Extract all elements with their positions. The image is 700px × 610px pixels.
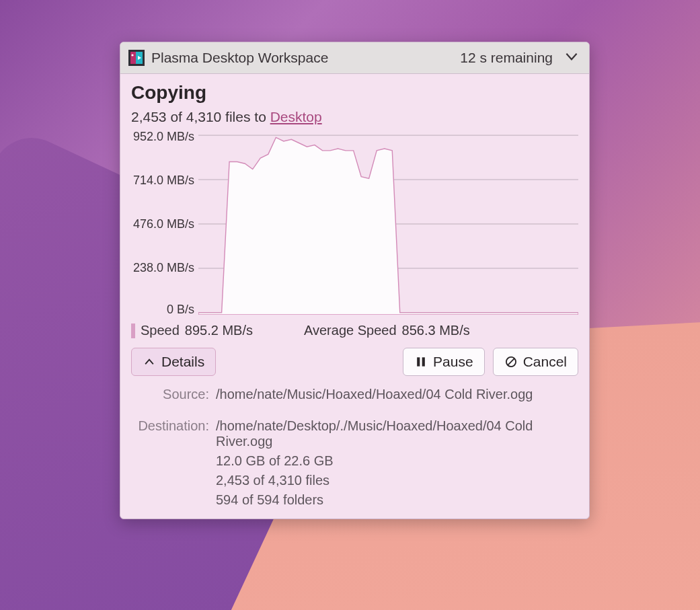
app-title: Plasma Desktop Workspace <box>151 50 453 66</box>
speed-chart: 952.0 MB/s 714.0 MB/s 476.0 MB/s 238.0 M… <box>131 133 578 315</box>
pause-button[interactable]: Pause <box>403 348 485 376</box>
avg-speed-value: 856.3 MB/s <box>402 323 470 338</box>
collapse-chevron-icon[interactable] <box>562 48 581 68</box>
chart-plot-area <box>198 133 578 315</box>
pause-icon <box>414 355 428 369</box>
svg-rect-10 <box>417 357 420 366</box>
destination-path: /home/nate/Desktop/./Music/Hoaxed/Hoaxed… <box>216 418 578 449</box>
y-tick-label: 476.0 MB/s <box>133 217 194 231</box>
speed-value: 895.2 MB/s <box>185 323 253 338</box>
details-button-label: Details <box>161 354 204 370</box>
speed-label: Speed <box>141 323 180 338</box>
action-buttons-row: Details Pause Cancel <box>131 348 578 376</box>
source-label: Source: <box>131 387 209 402</box>
y-tick-label: 0 B/s <box>167 302 194 316</box>
plasma-app-icon <box>128 50 145 66</box>
cancel-button-label: Cancel <box>523 354 567 370</box>
y-tick-label: 238.0 MB/s <box>133 260 194 274</box>
y-tick-label: 714.0 MB/s <box>133 174 194 188</box>
operation-heading: Copying <box>131 82 578 104</box>
titlebar: Plasma Desktop Workspace 12 s remaining <box>120 42 589 74</box>
source-path: /home/nate/Music/Hoaxed/Hoaxed/04 Cold R… <box>216 387 578 402</box>
cancel-icon <box>504 355 518 369</box>
time-remaining: 12 s remaining <box>460 50 553 66</box>
svg-line-13 <box>508 358 514 365</box>
speed-area-chart <box>198 133 578 315</box>
size-progress: 12.0 GB of 22.6 GB <box>216 453 578 469</box>
destination-label: Destination: <box>131 418 209 449</box>
chart-y-axis: 952.0 MB/s 714.0 MB/s 476.0 MB/s 238.0 M… <box>131 133 198 315</box>
files-progress: 2,453 of 4,310 files <box>216 473 578 488</box>
files-progress-text: 2,453 of 4,310 files to <box>131 109 270 124</box>
svg-rect-11 <box>422 357 425 366</box>
chevron-up-icon <box>143 355 156 369</box>
progress-summary: 2,453 of 4,310 files to Desktop <box>131 109 578 125</box>
file-transfer-notification: Plasma Desktop Workspace 12 s remaining … <box>120 42 590 519</box>
notification-body: Copying 2,453 of 4,310 files to Desktop … <box>120 74 589 519</box>
avg-speed-label: Average Speed <box>304 323 397 338</box>
folders-progress: 594 of 594 folders <box>216 492 578 508</box>
y-tick-label: 952.0 MB/s <box>133 130 194 144</box>
speed-readout: Speed 895.2 MB/s Average Speed 856.3 MB/… <box>131 323 578 338</box>
speed-indicator-icon <box>131 323 135 338</box>
destination-link[interactable]: Desktop <box>270 109 322 124</box>
details-block: Source: /home/nate/Music/Hoaxed/Hoaxed/0… <box>131 387 578 508</box>
details-button[interactable]: Details <box>131 348 216 376</box>
svg-rect-1 <box>130 52 136 64</box>
svg-point-4 <box>131 54 133 56</box>
cancel-button[interactable]: Cancel <box>493 348 578 376</box>
pause-button-label: Pause <box>433 354 473 370</box>
